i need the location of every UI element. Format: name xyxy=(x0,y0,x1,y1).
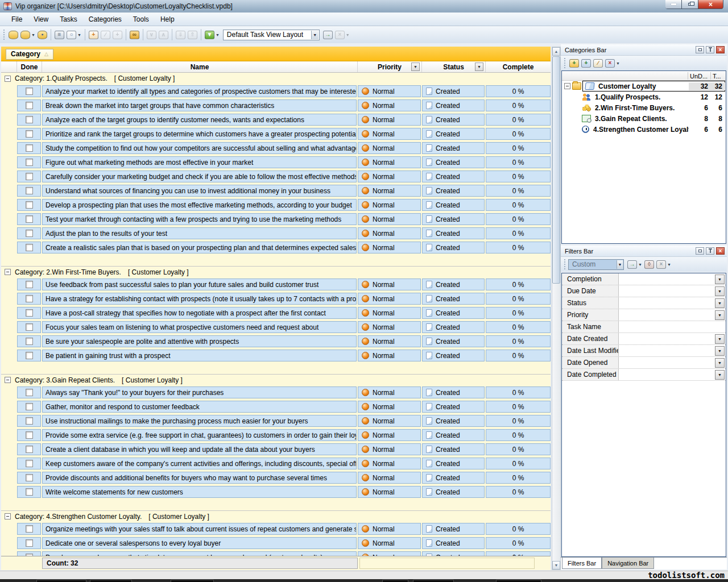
task-row[interactable]: Prioritize and rank the target groups to… xyxy=(17,127,551,141)
task-checkbox[interactable] xyxy=(26,389,33,396)
task-row[interactable]: Provide discounts and additional benefit… xyxy=(17,471,551,485)
filter-value-field[interactable]: ▼ xyxy=(619,369,726,380)
scroll-up-button[interactable]: ▲ xyxy=(552,47,560,56)
task-checkbox[interactable] xyxy=(26,88,33,95)
task-checkbox[interactable] xyxy=(26,403,33,410)
task-checkbox[interactable] xyxy=(26,102,33,109)
group-header-row[interactable]: Category: 3.Gain Repeat Clients.[ Custom… xyxy=(1,374,551,385)
task-checkbox[interactable] xyxy=(26,309,33,317)
task-checkbox[interactable] xyxy=(26,173,33,180)
tree-item[interactable]: Customer Loyalty3232 xyxy=(562,81,726,92)
layout-combobox[interactable]: Default Task View Layout ▼ xyxy=(223,30,320,40)
edit-category-button[interactable]: ∕ xyxy=(593,59,603,68)
chevron-down-icon[interactable]: ▼ xyxy=(616,61,620,65)
task-checkbox[interactable] xyxy=(26,130,33,138)
task-row[interactable]: Always say "Thank you!" to your buyers f… xyxy=(17,385,551,400)
collapse-icon[interactable] xyxy=(564,83,570,89)
task-checkbox[interactable] xyxy=(26,244,33,251)
task-checkbox[interactable] xyxy=(26,488,33,496)
menu-tools[interactable]: Tools xyxy=(127,13,155,26)
task-checkbox[interactable] xyxy=(26,460,33,467)
filter-dropdown-button[interactable]: ▼ xyxy=(715,286,725,296)
filter-value-field[interactable]: ▼ xyxy=(619,285,726,297)
filter-dropdown-button[interactable]: ▼ xyxy=(715,346,725,356)
menu-tasks[interactable]: Tasks xyxy=(54,13,83,26)
filter-value-field[interactable]: ▼ xyxy=(619,357,726,368)
task-row[interactable]: Study the competition to find out how yo… xyxy=(17,141,551,155)
scrollbar-thumb[interactable] xyxy=(552,56,560,284)
panel-pin-button[interactable] xyxy=(706,247,714,255)
task-row[interactable]: Carefully consider your marketing budget… xyxy=(17,169,551,184)
group-header-row[interactable]: Category: 4.Strengthen Customer Loyalty.… xyxy=(1,510,551,522)
task-checkbox[interactable] xyxy=(26,474,33,481)
save-layout-button[interactable]: → xyxy=(322,30,333,40)
panel-restore-button[interactable] xyxy=(696,247,704,255)
panel-close-button[interactable]: × xyxy=(716,247,725,255)
filter-value-field[interactable]: ▼ xyxy=(619,273,726,285)
add-subcategory-button[interactable]: + xyxy=(581,59,592,68)
filter-preset-combobox[interactable]: Custom ▼ xyxy=(568,259,624,270)
new-database-button[interactable] xyxy=(8,30,19,40)
task-checkbox[interactable] xyxy=(26,187,33,194)
status-column-header[interactable]: Status ▼ xyxy=(422,61,486,72)
print-preview-button[interactable]: ○▼ xyxy=(66,30,82,40)
filter-dropdown-button[interactable]: ▼ xyxy=(715,298,725,308)
tree-item[interactable]: 1.Qualify Prospects.1212 xyxy=(562,92,726,102)
save-database-button[interactable]: ▪ xyxy=(37,30,48,40)
delete-category-button[interactable]: ×▼ xyxy=(605,59,621,68)
task-row[interactable]: Figure out what marketing methods are mo… xyxy=(17,155,551,169)
task-row[interactable]: Provide some extra service (e.g. free su… xyxy=(17,428,551,442)
filter-value-field[interactable]: ▼ xyxy=(619,297,726,309)
task-row[interactable]: Analyze each of the target groups to ide… xyxy=(17,113,551,127)
collapse-icon[interactable] xyxy=(5,513,11,519)
open-database-button[interactable]: ▼ xyxy=(20,30,36,40)
filter-value-field[interactable]: ▼ xyxy=(619,333,726,344)
tree-item[interactable]: 3.Gain Repeat Clients.88 xyxy=(562,113,726,124)
collapse-icon[interactable] xyxy=(5,76,11,82)
task-row[interactable]: Understand what sources of financing you… xyxy=(17,184,551,198)
task-checkbox[interactable] xyxy=(26,159,33,166)
delete-filter-button[interactable]: ×▼ xyxy=(656,260,672,269)
task-row[interactable]: Create a client database in which you wi… xyxy=(17,442,551,456)
task-row[interactable]: Develop a prospecting plan that uses the… xyxy=(17,198,551,212)
task-checkbox[interactable] xyxy=(26,352,33,359)
task-row[interactable]: Be patient in gaining trust with a prosp… xyxy=(17,348,551,363)
task-row[interactable]: Keep customers aware of the company's cu… xyxy=(17,456,551,471)
panel-close-button[interactable]: × xyxy=(716,46,725,53)
chevron-down-icon[interactable]: ▼ xyxy=(31,33,35,37)
task-row[interactable]: Gather, monitor and respond to customer … xyxy=(17,400,551,414)
task-checkbox[interactable] xyxy=(26,431,33,439)
close-button[interactable]: × xyxy=(698,0,723,9)
menu-categories[interactable]: Categories xyxy=(83,13,127,26)
task-checkbox[interactable] xyxy=(26,144,33,152)
filter-value-field[interactable] xyxy=(619,321,726,332)
priority-column-header[interactable]: Priority ▼ xyxy=(358,61,422,72)
menu-file[interactable]: File xyxy=(6,13,28,26)
menu-help[interactable]: Help xyxy=(155,13,180,26)
grid-scrollbar[interactable]: ▲ ▼ xyxy=(552,47,561,570)
collapse-icon[interactable] xyxy=(5,377,11,383)
task-row[interactable]: Use feedback from past successful sales … xyxy=(17,277,551,292)
task-checkbox[interactable] xyxy=(26,295,33,302)
undone-column-header[interactable]: UnD... xyxy=(688,72,710,80)
restore-button[interactable] xyxy=(681,0,698,9)
task-row[interactable]: Have a strategy for establishing contact… xyxy=(17,292,551,306)
task-row[interactable]: Organize meetings with your sales staff … xyxy=(17,522,551,536)
task-checkbox[interactable] xyxy=(26,446,33,453)
chevron-down-icon[interactable]: ▼ xyxy=(346,33,350,37)
filter-dropdown-button[interactable]: ▼ xyxy=(715,370,725,380)
status-filter-button[interactable]: ▼ xyxy=(475,63,483,71)
task-checkbox[interactable] xyxy=(26,417,33,425)
chevron-down-icon[interactable]: ▼ xyxy=(311,31,318,39)
panel-pin-button[interactable] xyxy=(706,46,714,53)
add-category-button[interactable]: + xyxy=(569,59,580,68)
minimize-button[interactable] xyxy=(665,0,682,9)
collapse-icon[interactable] xyxy=(5,269,11,275)
task-row[interactable]: Analyze your market to identify all type… xyxy=(17,84,551,98)
task-row[interactable]: Create a realistic sales plan that is ba… xyxy=(17,240,551,255)
task-checkbox[interactable] xyxy=(26,230,33,237)
filter-value-field[interactable]: ▼ xyxy=(619,309,726,321)
task-row[interactable]: Dedicate one or several salespersons to … xyxy=(17,536,551,550)
task-row[interactable]: Test your market through contacting with… xyxy=(17,212,551,226)
task-checkbox[interactable] xyxy=(26,525,33,533)
